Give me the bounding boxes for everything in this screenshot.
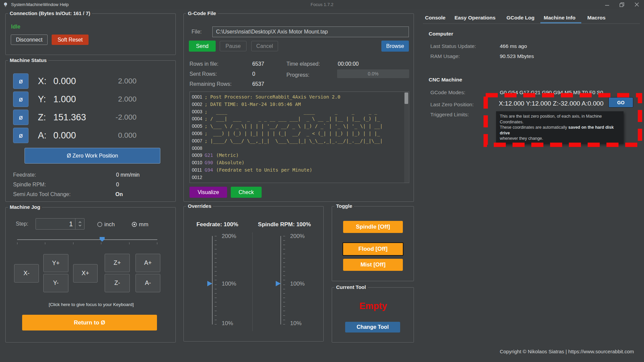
feedrate-override-ticks: [215, 236, 217, 324]
step-slider-thumb[interactable]: [100, 237, 105, 242]
check-button[interactable]: Check: [231, 187, 262, 198]
spindle-toggle-button[interactable]: Spindle [Off]: [343, 221, 403, 233]
step-spinner-buttons[interactable]: [75, 219, 84, 229]
gcode-line: 0001; Post Processor: SourceRabbit_4Axis…: [192, 94, 404, 101]
gcode-viewer[interactable]: 0001; Post Processor: SourceRabbit_4Axis…: [190, 92, 409, 183]
mm-radio[interactable]: [132, 222, 137, 227]
connection-panel: Connection (Bytes In/Out: 161 / 7) Idle …: [5, 13, 176, 55]
jog-a-plus-button[interactable]: A+: [136, 254, 160, 272]
spindle-override-thumb[interactable]: [276, 281, 281, 286]
tooltip-line1: This are the last zero position, of each…: [500, 114, 602, 124]
feedrate-override-thumb[interactable]: [207, 281, 212, 286]
sent-rows-value: 0: [252, 71, 255, 77]
axis-machine-position: 2.000: [90, 92, 137, 107]
mist-toggle-button[interactable]: Mist [Off]: [343, 259, 403, 271]
axis-row-x: ø X: 0.000 2.000: [6, 73, 175, 89]
sent-rows-label: Sent Rows:: [190, 71, 217, 77]
gcode-lines: 0001; Post Processor: SourceRabbit_4Axis…: [190, 92, 409, 181]
step-value: 1: [69, 219, 73, 229]
spindle-override-ticks: [283, 236, 285, 324]
browse-button[interactable]: Browse: [381, 41, 409, 52]
change-tool-button[interactable]: Change Tool: [345, 322, 400, 333]
tabs-separator: [423, 23, 640, 24]
last-zero-tooltip: This are the last zero position, of each…: [496, 111, 624, 144]
zero-work-position-button[interactable]: Ø Zero Work Position: [24, 148, 160, 164]
jog-a-minus-button[interactable]: A-: [136, 274, 160, 292]
tab-machine-info[interactable]: Machine Info: [544, 15, 576, 21]
semi-auto-tool-change-label: Semi Auto Tool Change:: [13, 191, 70, 197]
axis-label: Z:: [38, 110, 46, 125]
copyright-text: Copyright © Nikolaos Siatras | https://w…: [470, 349, 634, 354]
axis-label: Y:: [38, 92, 46, 107]
axis-row-a: ø A: 0.000 0.000: [6, 128, 175, 143]
inch-radio[interactable]: [97, 222, 102, 227]
machine-jog-panel: Machine Jog Step: 1 inch mm X- Y+ Y- X+ …: [5, 207, 176, 343]
spindle-rpm-value: 0: [116, 182, 119, 188]
last-zero-position-value: X:12.000 Y:12.000 Z:-32.000 A:0.000: [499, 100, 603, 107]
close-button[interactable]: [629, 0, 644, 9]
go-button[interactable]: GO: [608, 97, 633, 108]
progress-value: 0.0%: [368, 71, 379, 76]
disconnect-button[interactable]: Disconnect: [11, 35, 48, 45]
spindle-override-header: Spindle RPM: 100%: [256, 221, 313, 228]
close-icon: [635, 2, 639, 7]
minimize-button[interactable]: [600, 0, 614, 9]
pause-button[interactable]: Pause: [220, 41, 247, 51]
feedrate-value: 0 mm/min: [116, 172, 140, 178]
jog-z-plus-button[interactable]: Z+: [105, 254, 130, 272]
visualize-button[interactable]: Visualize: [190, 187, 227, 198]
jog-y-plus-button[interactable]: Y+: [43, 254, 68, 272]
zero-a-axis-button[interactable]: ø: [13, 128, 29, 143]
gcode-line: 0009G21(Metric): [192, 152, 404, 159]
gcode-line: 0010G90(Absolute): [192, 159, 404, 167]
send-button[interactable]: Send: [189, 41, 216, 52]
jog-z-minus-button[interactable]: Z-: [105, 274, 130, 292]
zero-x-axis-button[interactable]: ø: [13, 73, 29, 89]
step-spinner[interactable]: 1: [36, 218, 85, 230]
file-path-input[interactable]: C:\Users\nsiat\Desktop\X Axis Motor Moun…: [212, 26, 409, 37]
keyboard-focus-hint[interactable]: [Click here to give focus to your Keyboa…: [12, 302, 170, 307]
step-slider-ticks: [17, 242, 157, 244]
machine-status-panel-title: Machine Status: [8, 57, 48, 63]
restore-button[interactable]: [614, 0, 629, 9]
jog-x-minus-button[interactable]: X-: [14, 264, 39, 283]
gcode-line: 0005; \___ \ / _ \| | | | '__/ __/ _ \ |…: [192, 123, 404, 130]
tab-easy-operations[interactable]: Easy Operations: [454, 15, 495, 21]
mm-radio-label[interactable]: mm: [139, 221, 148, 228]
flood-toggle-button[interactable]: Flood [Off]: [342, 242, 404, 256]
axis-work-position: 151.363: [53, 110, 86, 125]
step-slider-track[interactable]: [17, 239, 157, 240]
ram-usage-value: 90.523 Mbytes: [500, 53, 534, 59]
last-status-update-value: 466 ms ago: [500, 43, 527, 49]
remaining-rows-value: 6537: [252, 81, 264, 87]
spindle-override-slider[interactable]: [280, 236, 281, 324]
file-label: File:: [192, 29, 202, 35]
zero-z-axis-button[interactable]: ø: [13, 110, 29, 125]
tab-console[interactable]: Console: [425, 15, 445, 21]
gcode-scrollbar-thumb[interactable]: [405, 93, 408, 104]
connection-status: Idle: [11, 24, 20, 30]
current-tool-panel: Current Tool Empty Change Tool: [332, 287, 414, 343]
zero-y-axis-button[interactable]: ø: [13, 92, 29, 107]
cancel-button[interactable]: Cancel: [251, 41, 278, 51]
time-elapsed-label: Time elapsed:: [286, 61, 320, 67]
jog-x-plus-button[interactable]: X+: [73, 264, 98, 283]
gcode-modes-label: GCode Modes:: [430, 89, 465, 96]
toggle-panel: Toggle Spindle [Off] Flood [Off] Mist [O…: [332, 206, 414, 281]
gcode-line: 0011G94(Feedrate set to Units per Minute…: [192, 167, 404, 174]
gcode-modes-value: G0 G54 G17 G21 G90 G94 M5 M9 T0 F0 S0: [500, 89, 603, 96]
return-to-zero-button[interactable]: Return to Ø: [22, 315, 157, 330]
inch-radio-label[interactable]: inch: [104, 221, 115, 228]
soft-reset-button[interactable]: Soft Reset: [52, 35, 89, 45]
feedrate-override-slider[interactable]: [212, 236, 213, 324]
gcode-line: 0004; / ___| ___ _ _ _ __ ___ ___| _ \ _…: [192, 115, 404, 123]
feedrate-override-header: Feedrate: 100%: [191, 221, 244, 228]
tab-gcode-log[interactable]: GCode Log: [506, 15, 535, 21]
tooltip-line2: These coordinates are automatically: [500, 125, 568, 130]
jog-y-minus-button[interactable]: Y-: [43, 274, 68, 292]
gcode-scrollbar[interactable]: [404, 92, 409, 183]
feedrate-tick-200: 200%: [222, 233, 236, 240]
axis-machine-position: -2.000: [90, 110, 137, 125]
tab-macros[interactable]: Macros: [587, 15, 605, 21]
minimize-icon: [605, 2, 609, 7]
